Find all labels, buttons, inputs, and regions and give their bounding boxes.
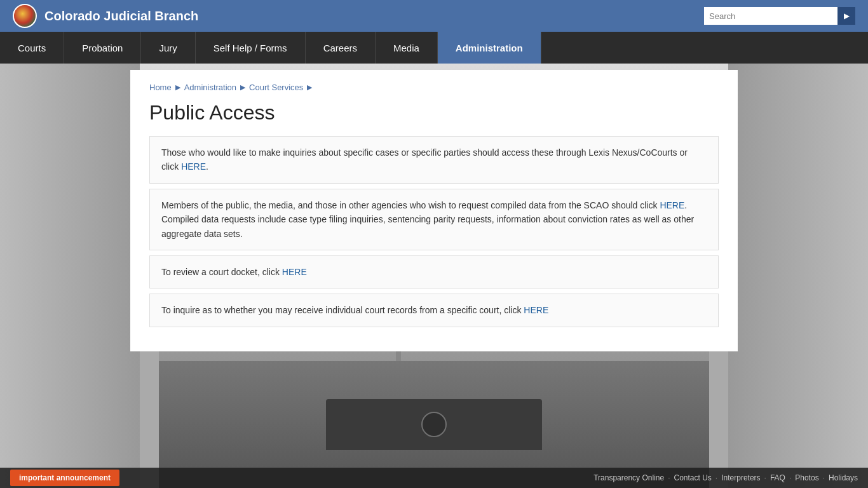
footer-links: Transparency Online · Contact Us · Inter… [593,473,858,482]
footer-link-transparency[interactable]: Transparency Online [593,473,664,482]
info-box-1-text-before: Those who would like to make inquiries a… [161,147,688,172]
breadcrumb: Home ▶ Administration ▶ Court Services ▶ [149,83,719,92]
footer-sep-3: · [764,473,766,482]
content-card: Home ▶ Administration ▶ Court Services ▶… [130,70,738,351]
info-box-1-link[interactable]: HERE [181,161,206,172]
footer-sep-4: · [789,473,791,482]
breadcrumb-arrow-1: ▶ [175,83,180,92]
info-box-3: To review a court docket, click HERE [149,255,719,288]
info-box-4-text-before: To inquire as to whether you may receive… [161,305,524,315]
footer-link-faq[interactable]: FAQ [770,473,785,482]
search-button[interactable]: ▶ [837,7,855,25]
footer-link-interpreters[interactable]: Interpreters [721,473,760,482]
search-arrow-icon: ▶ [844,11,850,20]
info-box-4: To inquire as to whether you may receive… [149,294,719,327]
bg-arch-left [0,64,140,488]
info-box-2-link[interactable]: HERE [660,200,684,210]
info-box-2: Members of the public, the media, and th… [149,189,719,250]
nav-item-self-help-forms[interactable]: Self Help / Forms [196,32,306,64]
info-box-3-text-before: To review a court docket, click [161,267,282,277]
main-nav: CourtsProbationJurySelf Help / FormsCare… [0,32,868,64]
page-title: Public Access [149,101,719,125]
nav-item-media[interactable]: Media [376,32,438,64]
footer-sep-1: · [668,473,670,482]
breadcrumb-arrow-2: ▶ [240,83,245,92]
footer-link-holidays[interactable]: Holidays [829,473,858,482]
footer-link-photos[interactable]: Photos [795,473,818,482]
info-box-2-text-before: Members of the public, the media, and th… [161,200,660,210]
breadcrumb-administration[interactable]: Administration [184,83,236,92]
page-wrapper: Home ▶ Administration ▶ Court Services ▶… [0,64,868,488]
footer-sep-5: · [823,473,825,482]
nav-item-probation[interactable]: Probation [64,32,141,64]
breadcrumb-home[interactable]: Home [149,83,172,92]
nav-item-jury[interactable]: Jury [141,32,195,64]
search-bar: ▶ [704,7,855,25]
info-box-1-text-after: . [206,161,208,172]
breadcrumb-court-services[interactable]: Court Services [249,83,303,92]
nav-item-careers[interactable]: Careers [306,32,376,64]
site-title: Colorado Judicial Branch [44,9,198,24]
footer-announcement[interactable]: important announcement [10,470,119,486]
footer-link-contact[interactable]: Contact Us [674,473,712,482]
nav-item-administration[interactable]: Administration [438,32,541,64]
site-logo [13,4,37,28]
breadcrumb-arrow-3: ▶ [307,83,312,92]
footer-sep-2: · [715,473,717,482]
search-input[interactable] [704,7,837,25]
footer: important announcement Transparency Onli… [0,468,868,488]
logo-area: Colorado Judicial Branch [13,4,198,28]
info-box-1: Those who would like to make inquiries a… [149,136,719,184]
info-box-3-link[interactable]: HERE [282,267,307,277]
nav-item-courts[interactable]: Courts [0,32,64,64]
bg-arch-right [728,64,868,488]
site-header: Colorado Judicial Branch ▶ [0,0,868,32]
info-box-4-link[interactable]: HERE [524,305,548,315]
